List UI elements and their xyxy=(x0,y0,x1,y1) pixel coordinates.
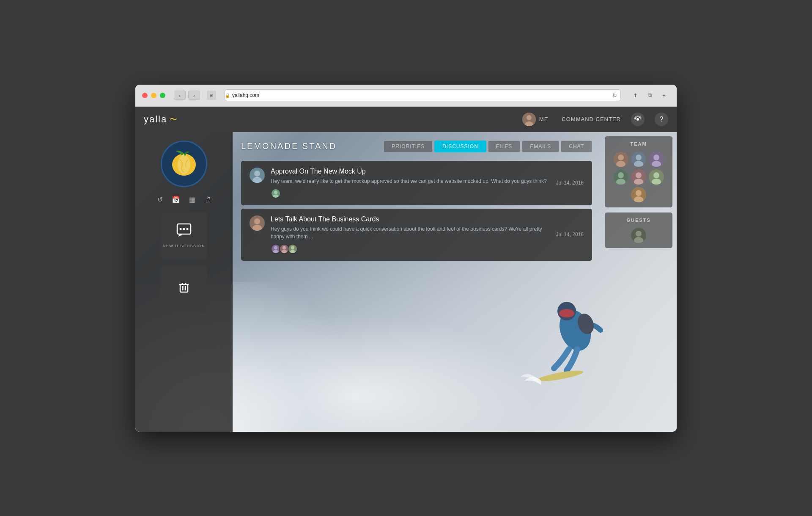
participant-avatar xyxy=(288,244,298,254)
team-avatars xyxy=(610,152,667,202)
svg-point-59 xyxy=(636,190,642,196)
new-discussion-label: NEW DISCUSSION xyxy=(163,244,206,249)
tab-icon: ⊞ xyxy=(207,91,216,100)
svg-point-3 xyxy=(636,118,639,121)
user-avatar xyxy=(522,113,536,126)
tab-discussion[interactable]: DISCUSSION xyxy=(434,141,486,152)
svg-point-13 xyxy=(183,228,185,230)
participant-avatar xyxy=(271,188,281,199)
tab-chat[interactable]: CHAT xyxy=(561,141,592,152)
svg-point-39 xyxy=(290,250,295,253)
trash-icon xyxy=(178,281,190,297)
logo-tilde: 〜 xyxy=(170,114,177,124)
broadcast-icon[interactable] xyxy=(631,113,645,126)
nav-user[interactable]: ME xyxy=(522,113,549,126)
svg-point-33 xyxy=(273,250,278,253)
svg-point-35 xyxy=(283,246,286,249)
svg-point-53 xyxy=(636,172,642,178)
svg-point-47 xyxy=(653,155,659,160)
tab-emails[interactable]: EMAILS xyxy=(522,141,559,152)
team-label: TEAM xyxy=(610,141,667,146)
discussion-participants xyxy=(271,244,550,254)
delete-button[interactable] xyxy=(161,266,207,312)
svg-point-27 xyxy=(273,194,278,198)
nav-me-label: ME xyxy=(539,116,549,122)
tab-files[interactable]: FILES xyxy=(488,141,520,152)
svg-point-14 xyxy=(187,228,189,230)
close-button[interactable] xyxy=(142,93,148,98)
team-member-avatar[interactable] xyxy=(649,169,664,185)
add-tab-button[interactable]: + xyxy=(658,91,670,100)
url-display: yallahq.com xyxy=(232,92,259,98)
team-member-avatar[interactable] xyxy=(613,152,628,167)
tab-priorities[interactable]: PRIORITIES xyxy=(384,141,433,152)
svg-point-32 xyxy=(274,246,277,249)
address-bar[interactable]: 🔒 yallahq.com ↻ xyxy=(225,89,621,101)
app-topnav: yalla 〜 ME COMMAND CENTER xyxy=(135,107,677,132)
svg-point-50 xyxy=(618,172,624,178)
discussion-preview: Hey guys do you think we could have a qu… xyxy=(271,225,550,240)
discussion-author-avatar xyxy=(250,168,265,183)
svg-point-56 xyxy=(653,172,659,178)
sidebar-tools: ↺ 📅 ▦ 🖨 xyxy=(154,194,214,206)
team-member-avatar[interactable] xyxy=(631,187,646,202)
project-title: LEMONADE STAND xyxy=(241,141,384,151)
print-tool[interactable]: 🖨 xyxy=(202,194,214,206)
content-area: LEMONADE STAND PRIORITIES DISCUSSION FIL… xyxy=(233,132,601,432)
maximize-button[interactable] xyxy=(160,93,165,98)
discussion-body: Lets Talk About The Business Cards Hey g… xyxy=(271,215,550,254)
discussion-list: Approval On The New Mock Up Hey team, we… xyxy=(241,161,592,261)
back-button[interactable]: ‹ xyxy=(174,91,186,100)
guests-panel: GUESTS xyxy=(605,212,672,248)
discussion-item[interactable]: Approval On The New Mock Up Hey team, we… xyxy=(241,161,592,205)
discussion-date: Jul 14, 2016 xyxy=(556,232,584,237)
help-icon[interactable]: ? xyxy=(655,113,668,126)
svg-point-1 xyxy=(527,115,532,120)
browser-window: ‹ › ⊞ 🔒 yallahq.com ↻ ⬆ ⧉ + yalla 〜 xyxy=(135,85,677,432)
svg-point-26 xyxy=(274,190,277,194)
team-member-avatar[interactable] xyxy=(631,169,646,185)
svg-point-12 xyxy=(180,228,182,230)
svg-point-41 xyxy=(618,155,624,160)
calendar-tool[interactable]: 📅 xyxy=(170,194,182,206)
share-button[interactable]: ⬆ xyxy=(629,91,641,100)
discussion-title: Approval On The New Mock Up xyxy=(271,168,550,175)
logo-text: yalla xyxy=(144,114,167,125)
discussion-body: Approval On The New Mock Up Hey team, we… xyxy=(271,168,550,199)
history-tool[interactable]: ↺ xyxy=(154,194,166,206)
new-discussion-button[interactable]: NEW DISCUSSION xyxy=(161,212,207,259)
app-main: ↺ 📅 ▦ 🖨 xyxy=(135,132,677,432)
discussion-item[interactable]: Lets Talk About The Business Cards Hey g… xyxy=(241,209,592,261)
discussion-participants xyxy=(271,188,550,199)
command-center-label[interactable]: COMMAND CENTER xyxy=(562,116,621,122)
svg-point-23 xyxy=(254,171,260,177)
lock-icon: 🔒 xyxy=(225,93,230,98)
discussion-date: Jul 14, 2016 xyxy=(556,180,584,186)
tab-nav: PRIORITIES DISCUSSION FILES EMAILS CHAT xyxy=(384,141,592,152)
team-member-avatar[interactable] xyxy=(613,169,628,185)
right-sidebar: TEAM xyxy=(601,132,677,432)
project-avatar xyxy=(161,141,207,187)
refresh-button[interactable]: ↻ xyxy=(612,92,617,99)
grid-tool[interactable]: ▦ xyxy=(186,194,198,206)
minimize-button[interactable] xyxy=(151,93,156,98)
svg-point-38 xyxy=(291,246,294,249)
team-member-avatar[interactable] xyxy=(631,152,646,167)
browser-titlebar: ‹ › ⊞ 🔒 yallahq.com ↻ ⬆ ⧉ + xyxy=(135,85,677,107)
svg-point-44 xyxy=(636,155,642,160)
guests-label: GUESTS xyxy=(610,218,667,223)
discussion-title: Lets Talk About The Business Cards xyxy=(271,215,550,223)
content-header: LEMONADE STAND PRIORITIES DISCUSSION FIL… xyxy=(241,141,592,152)
forward-button[interactable]: › xyxy=(188,91,200,100)
guest-avatar[interactable] xyxy=(631,228,646,243)
svg-point-29 xyxy=(254,218,260,224)
team-panel: TEAM xyxy=(605,136,672,207)
new-discussion-icon xyxy=(176,222,192,240)
new-tab-button[interactable]: ⧉ xyxy=(644,91,656,100)
discussion-author-avatar xyxy=(250,215,265,231)
svg-point-36 xyxy=(281,250,287,253)
guest-avatars xyxy=(610,228,667,243)
team-member-avatar[interactable] xyxy=(649,152,664,167)
svg-point-62 xyxy=(636,231,642,237)
logo[interactable]: yalla 〜 xyxy=(144,114,177,125)
